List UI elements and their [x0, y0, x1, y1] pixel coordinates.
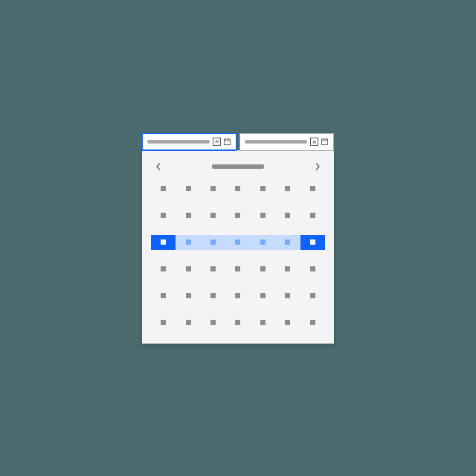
day-marker — [235, 266, 240, 271]
day-cell[interactable] — [176, 315, 200, 330]
day-cell[interactable] — [251, 181, 275, 196]
day-marker — [210, 213, 216, 218]
day-cell[interactable] — [151, 235, 176, 250]
day-cell[interactable] — [275, 208, 300, 223]
day-marker — [210, 266, 216, 271]
day-cell[interactable] — [201, 235, 225, 250]
day-cell[interactable] — [201, 262, 225, 277]
date-inputs-row: AI AI — [142, 133, 334, 151]
calendar-icon[interactable] — [223, 138, 231, 146]
day-marker — [260, 213, 266, 218]
day-cell[interactable] — [225, 208, 250, 223]
input-value-placeholder — [147, 140, 210, 144]
range-end-marker — [300, 235, 325, 250]
day-marker — [235, 239, 240, 245]
day-marker — [210, 293, 216, 298]
day-marker — [235, 213, 240, 218]
day-cell[interactable] — [275, 262, 300, 277]
ai-icon: AI — [213, 138, 221, 146]
day-cell[interactable] — [201, 289, 225, 303]
prev-month-button[interactable] — [152, 161, 164, 173]
day-cell[interactable] — [251, 289, 275, 303]
day-cell[interactable] — [151, 315, 176, 330]
calendar-icon[interactable] — [321, 138, 329, 146]
day-cell[interactable] — [151, 262, 176, 277]
day-marker — [285, 239, 290, 245]
day-cell[interactable] — [251, 315, 275, 330]
day-marker — [260, 239, 266, 245]
day-marker — [285, 186, 290, 191]
day-marker — [161, 293, 166, 298]
day-marker — [186, 320, 191, 325]
day-marker — [310, 213, 315, 218]
day-marker — [186, 266, 191, 271]
day-marker — [210, 320, 216, 325]
start-date-input[interactable]: AI — [142, 133, 237, 151]
day-cell[interactable] — [225, 181, 250, 196]
day-cell[interactable] — [300, 315, 325, 330]
day-marker — [285, 293, 290, 298]
day-marker — [161, 213, 166, 218]
day-cell[interactable] — [251, 262, 275, 277]
day-cell[interactable] — [251, 208, 275, 223]
input-value-placeholder — [245, 140, 307, 144]
day-marker — [186, 239, 191, 245]
day-cell[interactable] — [300, 235, 325, 250]
day-cell[interactable] — [151, 208, 176, 223]
day-marker — [235, 320, 240, 325]
day-cell[interactable] — [151, 289, 176, 303]
day-marker — [186, 293, 191, 298]
day-cell[interactable] — [201, 315, 225, 330]
day-marker — [235, 186, 240, 191]
day-marker — [235, 293, 240, 298]
calendar-grid — [151, 181, 325, 330]
day-cell[interactable] — [176, 262, 200, 277]
day-cell[interactable] — [251, 235, 275, 250]
next-month-button[interactable] — [312, 161, 324, 173]
day-marker — [260, 320, 266, 325]
day-cell[interactable] — [275, 289, 300, 303]
day-cell[interactable] — [176, 235, 200, 250]
day-marker — [285, 266, 290, 271]
day-marker — [186, 186, 191, 191]
day-marker — [310, 266, 315, 271]
day-marker — [161, 266, 166, 271]
day-cell[interactable] — [176, 181, 200, 196]
calendar-panel — [142, 150, 334, 344]
day-marker — [210, 186, 216, 191]
day-marker — [186, 213, 191, 218]
day-cell[interactable] — [225, 235, 250, 250]
day-marker — [310, 320, 315, 325]
day-cell[interactable] — [275, 181, 300, 196]
range-start-marker — [151, 235, 176, 250]
day-cell[interactable] — [201, 208, 225, 223]
day-marker — [161, 186, 166, 191]
day-cell[interactable] — [300, 289, 325, 303]
day-cell[interactable] — [300, 208, 325, 223]
day-marker — [285, 213, 290, 218]
day-cell[interactable] — [176, 289, 200, 303]
day-marker — [260, 266, 266, 271]
day-marker — [310, 293, 315, 298]
day-cell[interactable] — [300, 181, 325, 196]
day-cell[interactable] — [275, 235, 300, 250]
day-marker — [260, 293, 266, 298]
day-marker — [310, 186, 315, 191]
day-marker — [260, 186, 266, 191]
svg-rect-0 — [224, 139, 230, 145]
day-marker — [285, 320, 290, 325]
day-cell[interactable] — [300, 262, 325, 277]
day-cell[interactable] — [225, 262, 250, 277]
day-cell[interactable] — [225, 315, 250, 330]
day-cell[interactable] — [275, 315, 300, 330]
month-label — [212, 164, 264, 169]
day-cell[interactable] — [151, 181, 176, 196]
day-cell[interactable] — [201, 181, 225, 196]
end-date-input[interactable]: AI — [239, 133, 334, 151]
month-header — [151, 161, 325, 173]
day-cell[interactable] — [176, 208, 200, 223]
ai-icon: AI — [310, 138, 318, 146]
day-marker — [210, 239, 216, 245]
day-cell[interactable] — [225, 289, 250, 303]
svg-rect-4 — [321, 139, 327, 145]
